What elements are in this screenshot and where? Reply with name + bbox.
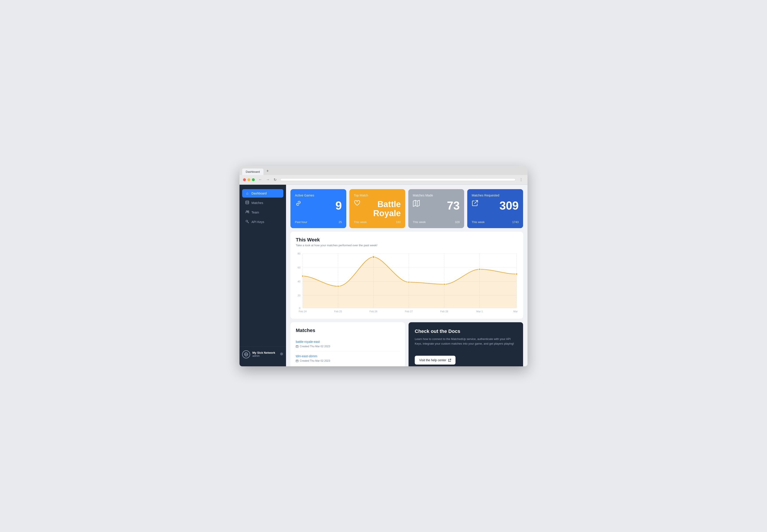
matches-requested-sub-label: This week bbox=[472, 220, 485, 224]
svg-text:60: 60 bbox=[298, 266, 300, 269]
svg-text:40: 40 bbox=[298, 280, 300, 283]
svg-point-43 bbox=[443, 283, 445, 285]
svg-text:0: 0 bbox=[299, 307, 300, 309]
svg-text:Feb 28: Feb 28 bbox=[440, 310, 448, 313]
globe-icon bbox=[242, 350, 250, 358]
svg-text:Feb 24: Feb 24 bbox=[299, 310, 307, 313]
svg-point-11 bbox=[281, 353, 282, 355]
close-button[interactable] bbox=[243, 178, 246, 181]
calendar-icon-1 bbox=[296, 345, 298, 348]
settings-icon[interactable] bbox=[280, 352, 283, 357]
match-link-1[interactable]: battle-royale-east bbox=[296, 340, 400, 344]
active-games-sub-value: 25 bbox=[339, 220, 342, 224]
svg-point-40 bbox=[337, 285, 339, 287]
chart-section: This Week Take a look at how your matche… bbox=[290, 232, 523, 319]
top-match-sub-value: 192 bbox=[396, 220, 401, 224]
sidebar-label-matches: Matches bbox=[251, 201, 263, 205]
bottom-grid: Matches battle-royale-east Created Thu M… bbox=[290, 322, 523, 366]
matches-requested-card: Matches Requested 309 This week bbox=[467, 189, 523, 228]
app-container: ⌂ Dashboard Matches bbox=[239, 185, 528, 366]
matches-made-value: 73 bbox=[447, 200, 460, 211]
matches-made-body: 73 bbox=[413, 200, 460, 218]
sidebar-label-dashboard: Dashboard bbox=[251, 192, 267, 195]
svg-rect-50 bbox=[296, 360, 298, 362]
sidebar-footer: My Sick Network admin bbox=[239, 347, 286, 362]
main-content: Active Games 9 Past hour bbox=[286, 185, 528, 366]
docs-description: Learn how to connect to the MatchedUp se… bbox=[415, 337, 517, 346]
traffic-lights bbox=[243, 178, 255, 181]
svg-point-42 bbox=[408, 281, 410, 283]
match-item-2: tdm-east-sbmm Created Thu Mar 02 2023 bbox=[296, 351, 400, 365]
chart-subtitle: Take a look at how your matches performe… bbox=[296, 244, 518, 247]
external-link-icon bbox=[472, 200, 478, 208]
active-games-body: 9 bbox=[295, 200, 342, 218]
maximize-button[interactable] bbox=[252, 178, 255, 181]
top-match-title: Top Match bbox=[354, 194, 401, 197]
matches-section: Matches battle-royale-east Created Thu M… bbox=[290, 322, 405, 366]
sidebar-item-dashboard[interactable]: ⌂ Dashboard bbox=[242, 189, 283, 198]
help-center-button[interactable]: Visit the help center bbox=[415, 356, 456, 365]
svg-point-44 bbox=[479, 268, 481, 270]
svg-point-3 bbox=[246, 211, 247, 212]
svg-point-4 bbox=[248, 211, 249, 212]
team-icon bbox=[245, 210, 249, 214]
link-icon bbox=[295, 200, 302, 208]
browser-nav: ← → ↻ bbox=[257, 177, 278, 182]
svg-text:Mar 2: Mar 2 bbox=[513, 310, 518, 313]
svg-rect-46 bbox=[296, 346, 298, 348]
address-bar[interactable] bbox=[280, 178, 516, 181]
sidebar-item-team[interactable]: Team bbox=[242, 208, 283, 217]
forward-button[interactable]: → bbox=[265, 177, 271, 182]
browser-tabs: Dashboard + bbox=[239, 166, 528, 175]
active-games-card: Active Games 9 Past hour bbox=[290, 189, 346, 228]
matches-made-title: Matches Made bbox=[413, 194, 460, 197]
matches-made-sub-value: 328 bbox=[455, 220, 460, 224]
top-match-line1: Battle bbox=[377, 200, 401, 209]
top-match-sub-label: This week bbox=[354, 220, 367, 224]
new-tab-button[interactable]: + bbox=[264, 167, 271, 175]
svg-marker-12 bbox=[413, 200, 419, 206]
svg-point-41 bbox=[372, 256, 374, 258]
top-match-footer: This week 192 bbox=[354, 220, 401, 224]
svg-point-45 bbox=[516, 273, 518, 275]
sidebar: ⌂ Dashboard Matches bbox=[239, 185, 286, 366]
sidebar-label-team: Team bbox=[251, 211, 259, 214]
back-button[interactable]: ← bbox=[257, 177, 263, 182]
sidebar-nav: ⌂ Dashboard Matches bbox=[239, 189, 286, 347]
match-meta-2: Created Thu Mar 02 2023 bbox=[296, 359, 400, 362]
browser-tab-active[interactable]: Dashboard bbox=[242, 169, 263, 175]
top-match-body: Battle Royale bbox=[354, 200, 401, 218]
svg-text:Feb 25: Feb 25 bbox=[334, 310, 342, 313]
svg-point-5 bbox=[246, 220, 248, 222]
match-link-2[interactable]: tdm-east-sbmm bbox=[296, 354, 400, 358]
active-games-title: Active Games bbox=[295, 194, 342, 197]
match-meta-1: Created Thu Mar 02 2023 bbox=[296, 345, 400, 348]
match-item: battle-royale-east Created Thu Mar 02 20… bbox=[296, 337, 400, 351]
calendar-icon-2 bbox=[296, 359, 298, 362]
svg-text:Feb 27: Feb 27 bbox=[405, 310, 413, 313]
minimize-button[interactable] bbox=[247, 178, 250, 181]
menu-button[interactable]: ⋮ bbox=[518, 177, 524, 182]
home-icon: ⌂ bbox=[245, 191, 249, 195]
tab-label: Dashboard bbox=[246, 170, 260, 173]
active-games-value: 9 bbox=[335, 200, 342, 211]
matches-requested-footer: This week 1743 bbox=[472, 220, 519, 224]
sidebar-item-matches[interactable]: Matches bbox=[242, 198, 283, 207]
match-date-2: Created Thu Mar 02 2023 bbox=[300, 359, 330, 362]
reload-button[interactable]: ↻ bbox=[273, 177, 278, 182]
sidebar-item-api-keys[interactable]: API Keys bbox=[242, 217, 283, 226]
external-link-small-icon bbox=[448, 359, 451, 362]
top-match-card: Top Match Battle Royale bbox=[349, 189, 405, 228]
network-name: My Sick Network bbox=[252, 351, 278, 355]
matches-section-title: Matches bbox=[296, 328, 400, 333]
svg-rect-0 bbox=[246, 201, 249, 204]
svg-text:20: 20 bbox=[298, 294, 300, 297]
matches-made-footer: This week 328 bbox=[413, 220, 460, 224]
chart-title: This Week bbox=[296, 237, 518, 243]
matches-requested-title: Matches Requested bbox=[472, 194, 519, 197]
matches-made-sub-label: This week bbox=[413, 220, 426, 224]
svg-text:Mar 1: Mar 1 bbox=[476, 310, 483, 313]
docs-title: Check out the Docs bbox=[415, 328, 517, 334]
browser-window: Dashboard + ← → ↻ ⋮ ⌂ Dashboard bbox=[239, 166, 528, 366]
matches-requested-sub-value: 1743 bbox=[512, 220, 519, 224]
